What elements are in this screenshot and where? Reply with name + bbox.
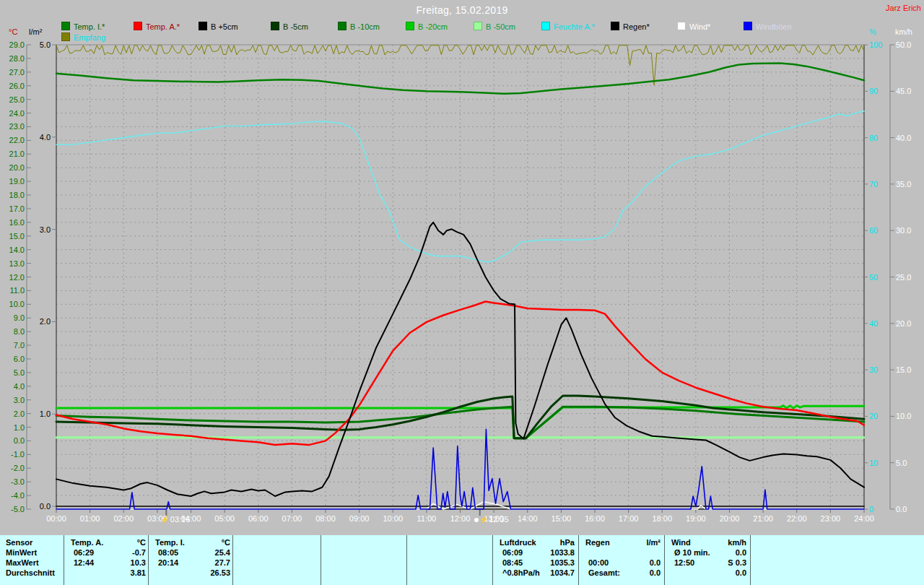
axis-tick-label: 5.0 xyxy=(40,40,51,49)
axis-tick-label: 23.0 xyxy=(9,122,25,131)
axis-tick-label: 16:00 xyxy=(585,514,605,523)
event-marker-time: 03:16 xyxy=(170,515,191,524)
table-time-value: 12:50 xyxy=(674,558,694,567)
series-windb-en xyxy=(56,429,864,509)
table-group-header: Temp. A. xyxy=(71,538,103,547)
table-group-unit: km/h xyxy=(702,538,746,547)
table-measure-value: 0.0 xyxy=(616,558,661,567)
axis-tick-label: -4.0 xyxy=(11,491,25,500)
table-time-value: 06:09 xyxy=(502,548,523,557)
axis-tick-label: 00:00 xyxy=(46,514,66,523)
axis-tick-label: 08:00 xyxy=(315,514,336,523)
axis-tick-label: 18.0 xyxy=(9,191,25,199)
axis-tick-label: -2.0 xyxy=(11,464,25,472)
axis-tick-label: 17.0 xyxy=(9,204,25,213)
series-empfang xyxy=(56,46,864,85)
table-separator xyxy=(406,535,407,585)
axis-tick-label: 27.0 xyxy=(9,68,25,77)
series-feuchte-a- xyxy=(56,111,864,262)
axis-tick-label: 01:00 xyxy=(80,514,100,523)
axis-tick-label: 18:00 xyxy=(652,514,672,523)
table-separator xyxy=(148,535,149,585)
table-group-header: Temp. I. xyxy=(155,538,185,547)
table-separator xyxy=(232,535,233,585)
axis-tick-label: 0.0 xyxy=(40,502,51,511)
axis-tick-label: 1.0 xyxy=(14,423,25,432)
axis-tick-label: 11:00 xyxy=(417,514,437,523)
table-group-unit: °C xyxy=(101,538,146,547)
axis-tick-label: 19.0 xyxy=(9,177,25,186)
table-separator xyxy=(664,535,665,585)
chart-plot-area: 29.028.027.026.025.024.023.022.021.020.0… xyxy=(0,0,924,534)
series-wind xyxy=(56,502,864,509)
axis-tick-label: 0.0 xyxy=(14,436,25,445)
axis-tick-label: 13.0 xyxy=(9,259,25,268)
axis-tick-label: 02:00 xyxy=(113,514,134,523)
table-time-value: 00:00 xyxy=(588,558,609,567)
table-separator xyxy=(64,535,64,585)
table-separator xyxy=(321,535,321,585)
axis-tick-label: 26.0 xyxy=(9,82,25,90)
axis-tick-label: 17:00 xyxy=(619,514,639,523)
axis-tick-label: 4.0 xyxy=(40,133,51,142)
table-row-label: MaxWert xyxy=(6,558,39,567)
table-measure-value: 0.0 xyxy=(616,568,661,577)
axis-tick-label: 19:00 xyxy=(686,514,706,523)
table-group-unit: hPa xyxy=(530,538,575,547)
table-time-value: 12:44 xyxy=(74,558,94,567)
axis-tick-label: 80 xyxy=(869,134,878,142)
moon-icon xyxy=(474,518,479,522)
axis-tick-label: 25.0 xyxy=(9,95,25,104)
axis-tick-label: 21:00 xyxy=(753,514,773,523)
axis-tick-label: 06:00 xyxy=(248,514,269,523)
axis-tick-label: 90 xyxy=(869,87,878,95)
axis-tick-label: 5.0 xyxy=(14,368,25,377)
table-group-header: Regen xyxy=(585,538,610,547)
axis-tick-label: 2.0 xyxy=(14,410,25,418)
axis-tick-label: 60 xyxy=(869,226,878,235)
axis-tick-label: 21.0 xyxy=(9,150,25,158)
table-measure-value: 10.3 xyxy=(101,558,146,567)
axis-tick-label: 20.0 xyxy=(9,163,25,172)
event-marker-03-16: ⚡03:16 xyxy=(160,515,190,524)
axis-tick-label: 35.0 xyxy=(896,180,911,188)
table-time-value: 08:45 xyxy=(502,558,523,567)
axis-tick-label: 8.0 xyxy=(14,327,25,336)
table-group-unit: l/m² xyxy=(616,538,661,547)
axis-tick-label: 24:00 xyxy=(854,514,874,523)
axis-tick-label: 14.0 xyxy=(9,246,25,254)
weather-app-window: Freitag, 15.02.2019 Jarz Erich °C l/m² %… xyxy=(0,0,924,585)
axis-tick-label: 22:00 xyxy=(787,514,807,523)
axis-tick-label: 20:00 xyxy=(720,514,740,523)
table-row-label: MinWert xyxy=(6,548,37,557)
axis-tick-label: 40 xyxy=(869,319,878,328)
axis-tick-label: 07:00 xyxy=(282,514,302,523)
axis-tick-label: 50.0 xyxy=(896,40,911,49)
axis-tick-label: 10.0 xyxy=(896,412,911,420)
axis-tick-label: 24.0 xyxy=(9,109,25,118)
axis-tick-label: 15.0 xyxy=(896,365,911,374)
axis-tick-label: 25.0 xyxy=(896,273,911,282)
axis-tick-label: 15.0 xyxy=(9,232,25,240)
axis-tick-label: 6.0 xyxy=(14,355,25,363)
axis-tick-label: 29.0 xyxy=(9,40,25,49)
axis-tick-label: 0 xyxy=(869,505,873,514)
axis-tick-label: 9.0 xyxy=(14,313,25,322)
axis-tick-label: 45.0 xyxy=(896,87,911,95)
axis-tick-label: -1.0 xyxy=(11,450,25,459)
lightning-icon: ⚡ xyxy=(160,516,169,524)
axis-tick-label: 50 xyxy=(869,273,878,282)
table-group-header: Wind xyxy=(671,538,691,547)
event-marker-time: 12:35 xyxy=(489,515,509,524)
axis-tick-label: 12.0 xyxy=(9,273,25,282)
axis-tick-label: 1.0 xyxy=(40,410,51,418)
axis-tick-label: 20 xyxy=(869,412,878,420)
table-separator xyxy=(578,535,579,585)
table-time-value: 08:05 xyxy=(158,548,178,557)
table-separator xyxy=(492,535,493,585)
table-time-value: 06:29 xyxy=(74,548,94,557)
axis-tick-label: 100 xyxy=(869,40,882,49)
axis-tick-label: -3.0 xyxy=(11,477,25,486)
summary-table: SensorMinWertMaxWertDurchschnittTemp. A.… xyxy=(0,535,924,585)
table-time-value: 20:14 xyxy=(158,558,178,567)
